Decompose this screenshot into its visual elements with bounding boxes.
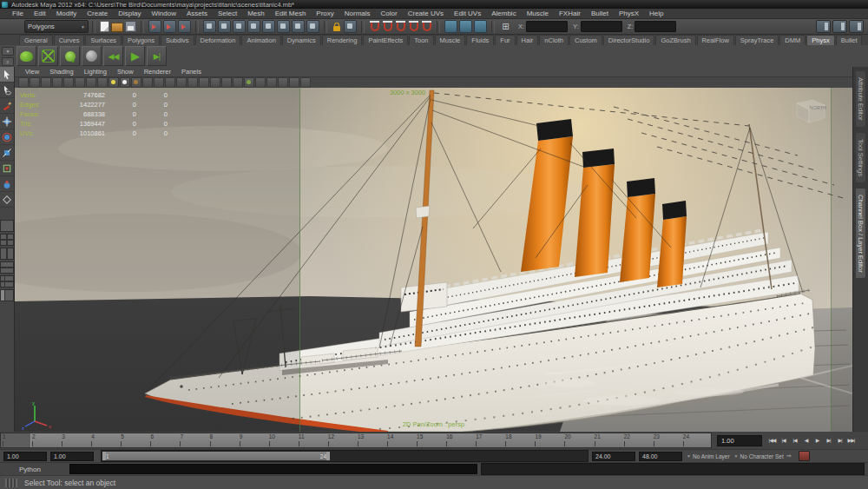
shelf-tab[interactable]: GoZBrush — [655, 35, 695, 45]
physx-ragdoll-button[interactable] — [60, 46, 80, 66]
viewport-toolbar-icon[interactable] — [108, 77, 119, 88]
snap-to-curves-icon[interactable] — [384, 23, 392, 31]
animation-start-field[interactable]: 1.00 — [3, 452, 47, 461]
viewport-toolbar-icon[interactable] — [278, 77, 288, 88]
shelf-tab[interactable]: Rendering — [322, 35, 363, 45]
playback-button[interactable]: ▶▶| — [845, 434, 857, 446]
menu-item[interactable]: Help — [644, 9, 668, 19]
menu-item[interactable]: Modify — [51, 9, 82, 19]
menu-item[interactable]: Select — [213, 9, 242, 19]
playback-start-field[interactable]: 1.00 — [50, 452, 94, 461]
shelf-tab[interactable]: Physx — [806, 35, 834, 45]
mask-dynamics-icon[interactable] — [277, 20, 290, 33]
viewport-toolbar-icon[interactable] — [176, 77, 187, 88]
playback-button[interactable]: ◀ — [800, 434, 812, 446]
shelf-tab[interactable]: Animation — [241, 35, 280, 45]
mask-curves-icon[interactable] — [233, 20, 246, 33]
z-coordinate-field[interactable] — [635, 21, 676, 32]
layout-four-pane-button[interactable] — [0, 234, 14, 246]
viewport-toolbar-icon[interactable] — [233, 77, 243, 88]
panel-menu-item[interactable]: Shading — [44, 67, 79, 76]
shelf-tab[interactable]: General — [19, 35, 53, 45]
playback-button[interactable]: |◀ — [778, 434, 789, 446]
viewport-toolbar-icon[interactable] — [41, 77, 51, 88]
current-time-field[interactable]: 1.00 — [717, 435, 762, 446]
output-connections-icon[interactable] — [459, 20, 472, 33]
menu-item[interactable]: Create — [82, 9, 113, 19]
shelf-tab[interactable]: RealFlow — [697, 35, 734, 45]
viewport-toolbar-icon[interactable] — [221, 77, 232, 88]
shelf-tab[interactable]: Polygons — [122, 35, 160, 45]
selection-mode-dropdown[interactable]: Polygons ▼ — [24, 20, 89, 33]
playback-button[interactable]: ▶| — [834, 434, 845, 446]
select-tool-button[interactable] — [0, 67, 14, 83]
title-bar[interactable]: Autodesk Maya 2012 x64: C:\Users\The Bir… — [0, 0, 868, 9]
viewport-toolbar-icon[interactable] — [266, 77, 277, 88]
animation-end-field[interactable]: 48.00 — [639, 452, 682, 461]
playback-button[interactable]: |◀ — [789, 434, 800, 446]
menu-item[interactable]: Bullet — [586, 9, 614, 19]
viewport-toolbar-icon[interactable] — [18, 77, 29, 88]
lasso-tool-button[interactable] — [0, 83, 14, 98]
shelf-tab[interactable]: Bullet — [836, 35, 863, 45]
viewport-toolbar-icon[interactable] — [255, 77, 266, 88]
menu-item[interactable]: File — [7, 9, 29, 19]
shelf-tab[interactable]: nCloth — [539, 35, 569, 45]
new-scene-icon[interactable] — [100, 21, 109, 32]
command-language-toggle[interactable]: Python — [0, 466, 69, 473]
mask-deformations-icon[interactable] — [262, 20, 275, 33]
panel-menu-item[interactable]: Panels — [176, 67, 207, 76]
shelf-tab[interactable]: DMM — [779, 35, 806, 45]
menu-item[interactable]: Edit — [29, 9, 51, 19]
snap-to-view-planes-icon[interactable] — [423, 23, 431, 31]
shelf-tab[interactable]: SprayTrace — [735, 35, 779, 45]
menu-item[interactable]: Color — [376, 9, 403, 19]
shelf-tab[interactable]: PaintEffects — [363, 35, 408, 45]
show-manipulator-button[interactable] — [0, 192, 14, 208]
viewport-toolbar-icon[interactable] — [30, 77, 40, 88]
time-slider[interactable]: 1 2 3 4 5 6 7 8 9 10 — [0, 433, 712, 448]
x-coordinate-field[interactable] — [526, 21, 568, 32]
shelf-menu-icon[interactable]: ≡ — [2, 57, 14, 66]
menu-item[interactable]: Proxy — [311, 9, 339, 19]
layout-two-pane-side-button[interactable] — [0, 248, 14, 260]
scale-tool-button[interactable] — [0, 145, 14, 161]
shelf-tab[interactable]: Dynamics — [282, 35, 321, 45]
save-scene-icon[interactable] — [125, 21, 136, 32]
menu-item[interactable]: Assets — [181, 9, 213, 19]
viewport-toolbar-icon[interactable] — [199, 77, 209, 88]
viewport-toolbar-icon[interactable] — [97, 77, 108, 88]
universal-manipulator-button[interactable] — [0, 161, 14, 176]
shelf-tab[interactable]: Muscle — [435, 35, 466, 45]
physx-step-button[interactable]: ▶| — [147, 46, 167, 66]
mask-handles-icon[interactable] — [203, 20, 216, 33]
menu-item[interactable]: PhysX — [614, 9, 644, 19]
menu-item[interactable]: Muscle — [522, 9, 554, 19]
construction-history-icon[interactable] — [474, 20, 487, 33]
soft-modification-button[interactable] — [0, 176, 14, 192]
absolute-transform-icon[interactable]: ⊞ — [500, 21, 511, 32]
paint-select-tool-button[interactable] — [0, 98, 14, 114]
menu-item[interactable]: Create UVs — [403, 9, 449, 19]
viewport-toolbar-icon[interactable] — [210, 77, 220, 88]
layout-three-pane-button[interactable] — [0, 275, 14, 287]
snap-to-projected-center-icon[interactable] — [410, 23, 418, 31]
range-slider-handle[interactable]: 1 24 — [102, 452, 330, 460]
anim-layer-dropdown[interactable]: ▼ No Anim Layer — [687, 453, 730, 459]
right-panel-tab[interactable]: Attribute Editor — [855, 70, 866, 128]
viewport-toolbar-icon[interactable] — [154, 77, 164, 88]
menu-item[interactable]: Window — [147, 9, 181, 19]
physx-rigid-body-button[interactable] — [82, 46, 102, 66]
mask-misc-icon[interactable] — [306, 20, 319, 33]
menu-item[interactable]: Mesh — [242, 9, 270, 19]
viewport-toolbar-icon[interactable] — [187, 77, 198, 88]
layout-two-pane-stacked-button[interactable] — [0, 261, 14, 274]
playback-button[interactable]: ▶| — [823, 434, 834, 446]
physx-cloth-button[interactable] — [38, 46, 58, 66]
shelf-tab[interactable]: Surfaces — [85, 35, 122, 45]
toggle-channel-box-icon[interactable] — [849, 20, 864, 33]
mask-surfaces-icon[interactable] — [247, 20, 260, 33]
right-panel-tab[interactable]: Tool Settings — [855, 132, 866, 183]
viewport-toolbar-icon[interactable] — [120, 77, 130, 88]
shelf-tab[interactable]: Fluids — [466, 35, 494, 45]
